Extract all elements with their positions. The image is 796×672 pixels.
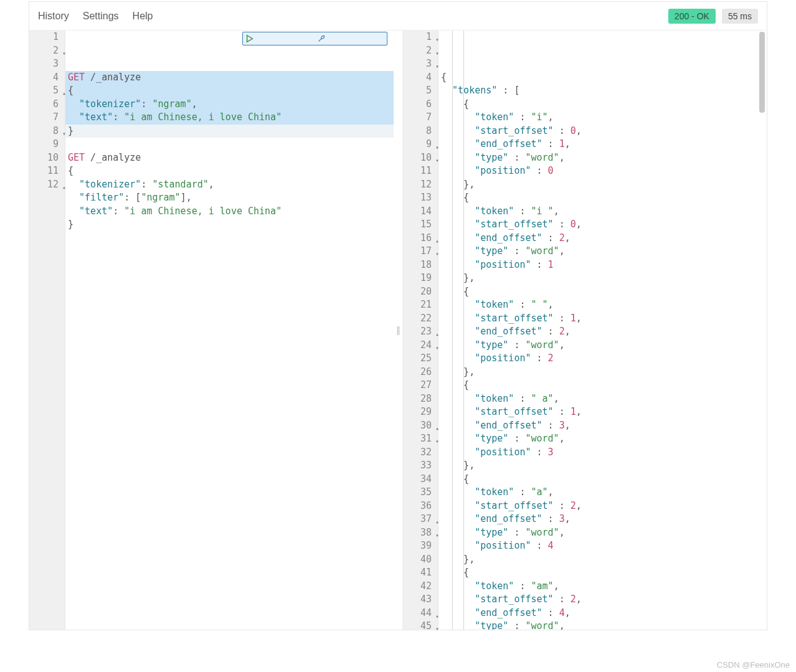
request-editor-pane: 12▾345▴678▾9101112▴ GET /_analyze{ "toke… xyxy=(29,31,394,630)
wrench-icon[interactable] xyxy=(317,31,384,70)
status-badge: 200 - OK xyxy=(668,9,716,24)
scrollbar-thumb[interactable] xyxy=(759,32,765,113)
request-gutter: 12▾345▴678▾9101112▴ xyxy=(29,31,65,630)
run-actions xyxy=(242,32,387,45)
menu-history[interactable]: History xyxy=(38,11,69,22)
play-icon[interactable] xyxy=(245,31,313,70)
response-editor[interactable]: { "tokens" : [ { "token" : "i", "start_o… xyxy=(438,31,767,630)
menu-help[interactable]: Help xyxy=(133,11,153,22)
scrollbar-track[interactable] xyxy=(757,31,767,630)
response-editor-pane: 1▾2▾3▾456789▴10▾111213141516▴17▾18192021… xyxy=(402,31,767,630)
menu-settings[interactable]: Settings xyxy=(83,11,119,22)
svg-marker-0 xyxy=(247,35,253,42)
menubar: History Settings Help 200 - OK 55 ms xyxy=(29,2,767,31)
pane-splitter[interactable]: ‖ xyxy=(394,31,402,630)
watermark: CSDN @FeenixOne xyxy=(717,660,790,670)
response-gutter: 1▾2▾3▾456789▴10▾111213141516▴17▾18192021… xyxy=(402,31,438,630)
response-time-badge: 55 ms xyxy=(722,9,758,24)
request-editor[interactable]: GET /_analyze{ "tokenizer": "ngram", "te… xyxy=(65,31,394,630)
